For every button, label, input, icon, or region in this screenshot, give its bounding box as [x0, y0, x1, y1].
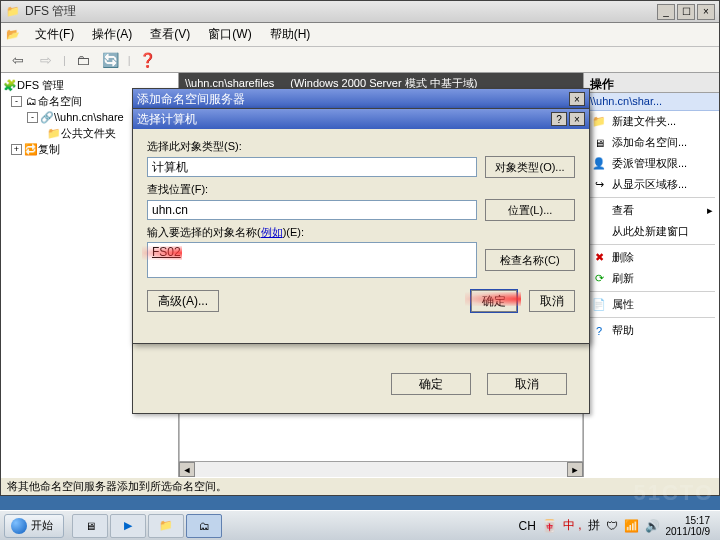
check-names-button[interactable]: 检查名称(C): [485, 249, 575, 271]
object-name-value: FS02: [152, 245, 181, 259]
action-new-folder[interactable]: 📁新建文件夹...: [584, 111, 719, 132]
action-view[interactable]: 查看▸: [584, 200, 719, 221]
object-name-input[interactable]: FS02: [147, 242, 477, 278]
titlebar[interactable]: 📁 DFS 管理 _ ☐ ×: [1, 1, 719, 23]
delete-icon: ✖: [592, 251, 606, 264]
task-powershell[interactable]: ▶: [110, 514, 146, 538]
refresh-icon: ⟳: [592, 272, 606, 285]
location-label: 查找位置(F):: [147, 182, 575, 197]
task-dfs[interactable]: 🗂: [186, 514, 222, 538]
scroll-left-icon[interactable]: ◄: [179, 462, 195, 477]
share-icon: 🔗: [40, 111, 54, 124]
ime-status[interactable]: 中 ,: [563, 517, 582, 534]
collapse-icon[interactable]: -: [11, 96, 22, 107]
start-orb-icon: [11, 518, 27, 534]
menu-window[interactable]: 窗口(W): [200, 23, 259, 46]
action-help[interactable]: ?帮助: [584, 320, 719, 341]
object-name-label: 输入要选择的对象名称(例如)(E):: [147, 225, 575, 240]
dlg2-close-button[interactable]: ×: [569, 112, 585, 126]
menu-help[interactable]: 帮助(H): [262, 23, 319, 46]
watermark: 51CTO: [633, 480, 714, 506]
volume-icon[interactable]: 🔊: [645, 519, 660, 533]
dlg1-title: 添加命名空间服务器: [137, 91, 569, 108]
action-remove-display[interactable]: ↪从显示区域移...: [584, 174, 719, 195]
statusbar: 将其他命名空间服务器添加到所选命名空间。: [1, 477, 719, 495]
network-icon[interactable]: 📶: [624, 519, 639, 533]
help-icon[interactable]: ❓: [137, 50, 159, 70]
action-delegate[interactable]: 👤委派管理权限...: [584, 153, 719, 174]
actions-header: 操作: [584, 73, 719, 93]
lang-indicator[interactable]: CH: [518, 519, 535, 533]
example-link[interactable]: 例如: [261, 226, 283, 238]
tree-share-label: \\uhn.cn\share: [54, 111, 124, 123]
quick-launch: 🖥 ▶ 📁 🗂: [72, 514, 222, 538]
chevron-right-icon: ▸: [707, 204, 713, 217]
scroll-right-icon[interactable]: ►: [567, 462, 583, 477]
dlg2-help-button[interactable]: ?: [551, 112, 567, 126]
clock-date: 2011/10/9: [666, 526, 711, 537]
folder-icon: 📂: [5, 27, 21, 43]
back-button[interactable]: ⇦: [7, 50, 29, 70]
menubar: 📂 文件(F) 操作(A) 查看(V) 窗口(W) 帮助(H): [1, 23, 719, 47]
namespace-icon: 🗂: [24, 95, 38, 107]
tree-root-label: DFS 管理: [17, 78, 64, 93]
refresh-icon[interactable]: 🔄: [100, 50, 122, 70]
dlg2-titlebar[interactable]: 选择计算机 ? ×: [133, 109, 589, 129]
dlg1-ok-button[interactable]: 确定: [391, 373, 471, 395]
action-new-window[interactable]: 从此处新建窗口: [584, 221, 719, 242]
hscrollbar[interactable]: ◄ ►: [179, 461, 583, 477]
collapse-icon[interactable]: -: [27, 112, 38, 123]
status-text: 将其他命名空间服务器添加到所选命名空间。: [7, 479, 227, 494]
forward-button[interactable]: ⇨: [35, 50, 57, 70]
delegate-icon: 👤: [592, 157, 606, 170]
object-types-button[interactable]: 对象类型(O)...: [485, 156, 575, 178]
security-icon[interactable]: 🛡: [606, 519, 618, 533]
task-explorer[interactable]: 📁: [148, 514, 184, 538]
expand-icon[interactable]: +: [11, 144, 22, 155]
taskbar: 开始 🖥 ▶ 📁 🗂 CH 🀄 中 , 拼 🛡 📶 🔊 15:17 2011/1…: [0, 510, 720, 540]
close-button[interactable]: ×: [697, 4, 715, 20]
ime-icon[interactable]: 🀄: [542, 519, 557, 533]
start-button[interactable]: 开始: [4, 514, 64, 538]
up-button[interactable]: 🗀: [72, 50, 94, 70]
folder-icon: 📁: [47, 127, 61, 140]
locations-button[interactable]: 位置(L)...: [485, 199, 575, 221]
dlg2-ok-button[interactable]: 确定: [471, 290, 517, 312]
task-server-manager[interactable]: 🖥: [72, 514, 108, 538]
dlg1-close-button[interactable]: ×: [569, 92, 585, 106]
help-icon: ?: [592, 325, 606, 337]
window-title: DFS 管理: [25, 3, 657, 20]
system-tray: CH 🀄 中 , 拼 🛡 📶 🔊 15:17 2011/10/9: [512, 511, 720, 540]
remove-icon: ↪: [592, 178, 606, 191]
ime-extra[interactable]: 拼: [588, 517, 600, 534]
advanced-button[interactable]: 高级(A)...: [147, 290, 219, 312]
actions-pane: 操作 \\uhn.cn\shar... 📁新建文件夹... 🖥添加命名空间...…: [583, 73, 719, 477]
actions-context: \\uhn.cn\shar...: [584, 93, 719, 111]
server-plus-icon: 🖥: [592, 137, 606, 149]
dlg2-cancel-button[interactable]: 取消: [529, 290, 575, 312]
properties-icon: 📄: [592, 298, 606, 311]
maximize-button[interactable]: ☐: [677, 4, 695, 20]
minimize-button[interactable]: _: [657, 4, 675, 20]
object-type-label: 选择此对象类型(S):: [147, 139, 575, 154]
replication-icon: 🔁: [24, 143, 38, 156]
folder-plus-icon: 📁: [592, 115, 606, 128]
tree-pub-label: 公共文件夹: [61, 126, 116, 141]
select-computer-dialog: 选择计算机 ? × 选择此对象类型(S): 对象类型(O)... 查找位置(F)…: [132, 108, 590, 344]
clock[interactable]: 15:17 2011/10/9: [666, 515, 715, 537]
toolbar: ⇦ ⇨ | 🗀 🔄 | ❓: [1, 47, 719, 73]
action-refresh[interactable]: ⟳刷新: [584, 268, 719, 289]
tree-ns-label: 命名空间: [38, 94, 82, 109]
dlg1-cancel-button[interactable]: 取消: [487, 373, 567, 395]
menu-action[interactable]: 操作(A): [84, 23, 140, 46]
action-delete[interactable]: ✖删除: [584, 247, 719, 268]
location-field: [147, 200, 477, 220]
action-properties[interactable]: 📄属性: [584, 294, 719, 315]
menu-file[interactable]: 文件(F): [27, 23, 82, 46]
clock-time: 15:17: [666, 515, 711, 526]
action-add-namespace[interactable]: 🖥添加命名空间...: [584, 132, 719, 153]
scroll-track[interactable]: [195, 462, 567, 477]
menu-view[interactable]: 查看(V): [142, 23, 198, 46]
app-icon: 📁: [5, 4, 21, 20]
dlg1-titlebar[interactable]: 添加命名空间服务器 ×: [133, 89, 589, 109]
